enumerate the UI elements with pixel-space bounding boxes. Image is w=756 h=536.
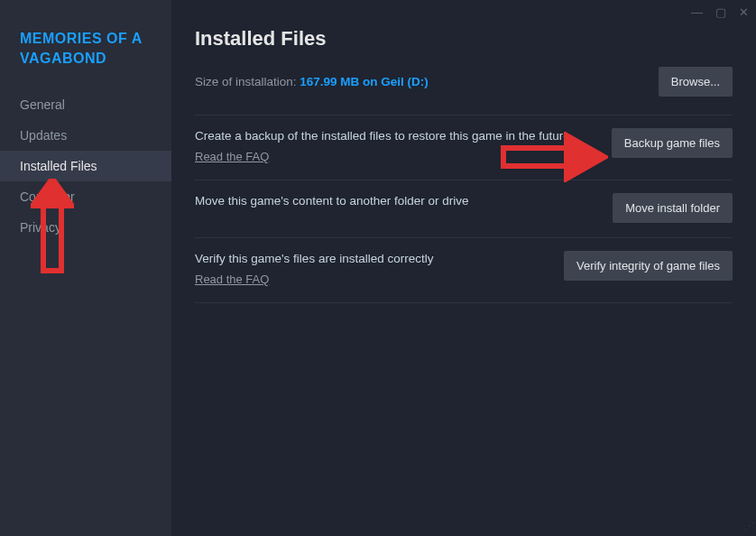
backup-text: Create a backup of the installed files t… [195,129,570,143]
backup-text-block: Create a backup of the installed files t… [195,128,595,165]
maximize-icon[interactable]: ▢ [715,5,726,19]
verify-section: Verify this game's files are installed c… [195,238,733,303]
verify-integrity-button[interactable]: Verify integrity of game files [564,251,733,281]
verify-text: Verify this game's files are installed c… [195,252,433,265]
verify-faq-link[interactable]: Read the FAQ [195,272,548,288]
close-icon[interactable]: ✕ [739,5,749,19]
sidebar-item-general[interactable]: General [0,89,171,120]
resize-grip-icon[interactable]: ⋰ [744,521,752,532]
sidebar-item-privacy[interactable]: Privacy [0,212,171,243]
backup-game-files-button[interactable]: Backup game files [612,128,733,158]
nav-list: General Updates Installed Files Controll… [0,89,171,243]
install-size-label: Size of installation: [195,75,297,88]
sidebar-item-controller[interactable]: Controller [0,181,171,212]
sidebar: MEMORIES OF A VAGABOND General Updates I… [0,0,171,536]
minimize-icon[interactable]: — [691,5,703,19]
main-panel: — ▢ ✕ Installed Files Size of installati… [171,0,756,536]
sidebar-item-updates[interactable]: Updates [0,120,171,151]
verify-text-block: Verify this game's files are installed c… [195,251,548,288]
install-size-text: Size of installation: 167.99 MB on Geil … [195,75,429,88]
move-install-folder-button[interactable]: Move install folder [613,193,733,223]
titlebar: — ▢ ✕ [691,5,749,19]
sidebar-item-installed-files[interactable]: Installed Files [0,151,171,181]
move-text-block: Move this game's content to another fold… [195,193,596,210]
install-size-row: Size of installation: 167.99 MB on Geil … [195,67,733,116]
backup-faq-link[interactable]: Read the FAQ [195,149,595,165]
browse-button[interactable]: Browse... [659,67,733,97]
move-section: Move this game's content to another fold… [195,180,733,238]
backup-section: Create a backup of the installed files t… [195,116,733,180]
game-title: MEMORIES OF A VAGABOND [0,22,171,89]
move-text: Move this game's content to another fold… [195,194,469,208]
install-size-value: 167.99 MB on Geil (D:) [300,75,429,88]
app-window: MEMORIES OF A VAGABOND General Updates I… [0,0,756,536]
page-title: Installed Files [195,27,733,51]
